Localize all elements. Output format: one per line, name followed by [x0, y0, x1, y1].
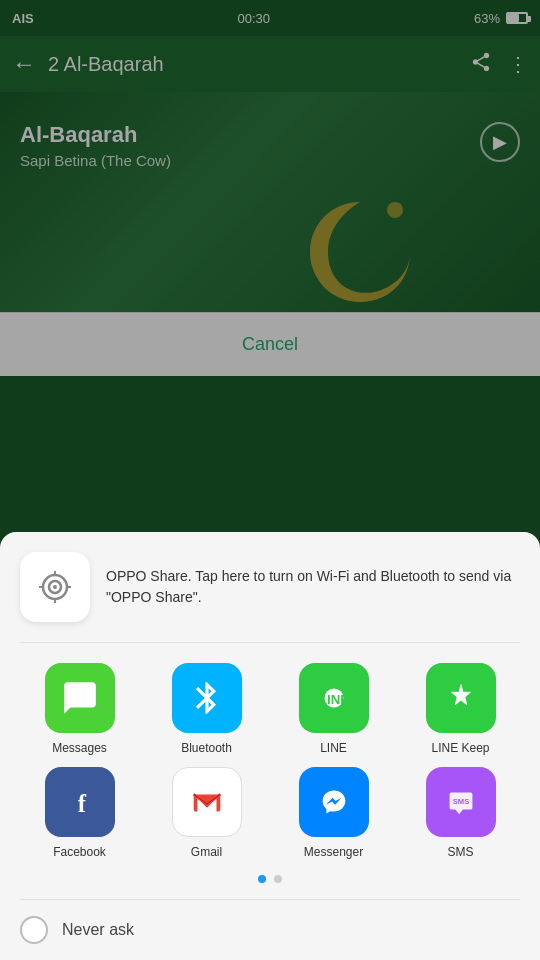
- messenger-icon: [299, 767, 369, 837]
- svg-text:LINE: LINE: [318, 692, 348, 707]
- facebook-icon: f: [45, 767, 115, 837]
- bluetooth-icon: [172, 663, 242, 733]
- app-item-linekeep[interactable]: LINE Keep: [401, 663, 520, 755]
- svg-point-3: [53, 585, 57, 589]
- line-icon: LINE: [299, 663, 369, 733]
- facebook-label: Facebook: [53, 845, 106, 859]
- linekeep-icon: [426, 663, 496, 733]
- dot-2: [274, 875, 282, 883]
- share-modal: OPPO Share. Tap here to turn on Wi-Fi an…: [0, 532, 540, 960]
- never-ask-radio[interactable]: [20, 916, 48, 944]
- sms-label: SMS: [447, 845, 473, 859]
- messages-label: Messages: [52, 741, 107, 755]
- oppo-share-text: OPPO Share. Tap here to turn on Wi-Fi an…: [106, 566, 520, 608]
- svg-rect-16: [315, 783, 353, 821]
- app-item-bluetooth[interactable]: Bluetooth: [147, 663, 266, 755]
- app-grid: Messages Bluetooth LINE LINE: [20, 643, 520, 875]
- dot-1: [258, 875, 266, 883]
- messenger-label: Messenger: [304, 845, 363, 859]
- pagination-dots: [20, 875, 520, 899]
- svg-text:SMS: SMS: [452, 797, 468, 806]
- oppo-share-row[interactable]: OPPO Share. Tap here to turn on Wi-Fi an…: [20, 552, 520, 643]
- app-item-messenger[interactable]: Messenger: [274, 767, 393, 859]
- bluetooth-label: Bluetooth: [181, 741, 232, 755]
- app-item-gmail[interactable]: Gmail: [147, 767, 266, 859]
- sms-icon: SMS: [426, 767, 496, 837]
- linekeep-label: LINE Keep: [431, 741, 489, 755]
- never-ask-label: Never ask: [62, 921, 134, 939]
- gmail-icon: [172, 767, 242, 837]
- app-item-sms[interactable]: SMS SMS: [401, 767, 520, 859]
- oppo-icon: [20, 552, 90, 622]
- app-item-facebook[interactable]: f Facebook: [20, 767, 139, 859]
- gmail-label: Gmail: [191, 845, 222, 859]
- app-item-line[interactable]: LINE LINE: [274, 663, 393, 755]
- messages-icon: [45, 663, 115, 733]
- app-item-messages[interactable]: Messages: [20, 663, 139, 755]
- never-ask-row[interactable]: Never ask: [20, 899, 520, 960]
- svg-text:f: f: [77, 790, 86, 817]
- line-label: LINE: [320, 741, 347, 755]
